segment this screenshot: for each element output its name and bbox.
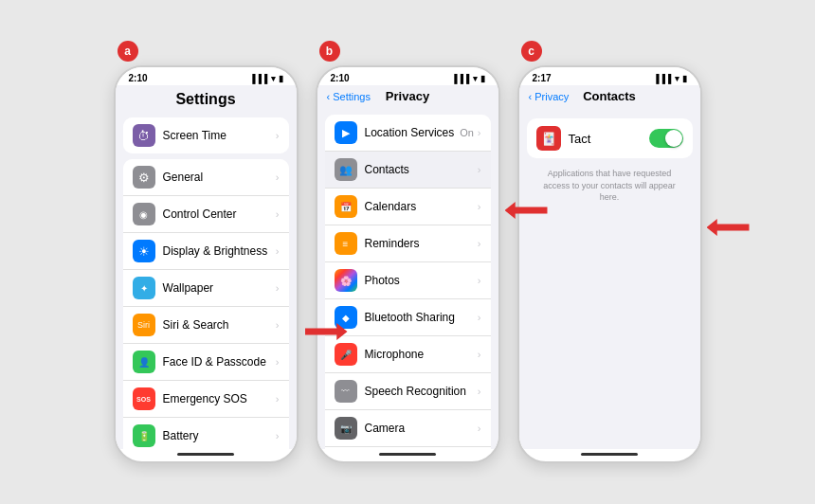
nav-bar-b: ‹ Settings Privacy — [317, 85, 498, 109]
chevron-icon: › — [478, 164, 481, 175]
tact-row[interactable]: 🃏 Tact — [527, 118, 693, 158]
speech-icon: 〰 — [335, 380, 357, 403]
time-a: 2:10 — [129, 73, 148, 83]
speech-label: Speech Recognition — [365, 385, 478, 398]
settings-scroll-b[interactable]: ▶ Location Services On › 👥 Contacts › 📅 … — [317, 109, 498, 449]
row-calendars[interactable]: 📅 Calendars › — [325, 189, 491, 225]
chevron-icon: › — [478, 238, 481, 249]
nav-bar-c: ‹ Privacy Contacts — [519, 85, 700, 109]
row-emergency-sos[interactable]: SOS Emergency SOS › — [123, 381, 289, 418]
toggle-knob — [665, 130, 682, 147]
status-bar-b: 2:10 ▐▐▐ ▾ ▮ — [317, 67, 498, 85]
time-b: 2:10 — [331, 73, 350, 83]
wallpaper-label: Wallpaper — [163, 281, 276, 295]
badge-b: b — [319, 41, 340, 62]
settings-scroll-a[interactable]: ⏱ Screen Time › ⚙ General › ◉ Control Ce… — [116, 112, 297, 449]
microphone-icon: 🎤 — [335, 343, 357, 366]
phone-a-wrapper: a 2:10 ▐▐▐ ▾ ▮ Settings ⏱ Screen Time — [114, 41, 299, 463]
emergency-sos-label: Emergency SOS — [163, 392, 276, 405]
contacts-label: Contacts — [365, 163, 478, 176]
chevron-icon: › — [478, 127, 481, 138]
row-general[interactable]: ⚙ General › — [123, 159, 289, 196]
chevron-icon: › — [276, 319, 280, 331]
badge-c: c — [521, 41, 542, 62]
battery-label: Battery — [163, 429, 276, 442]
signal-icon: ▐▐▐ — [249, 74, 267, 83]
phone-c: 2:17 ▐▐▐ ▾ ▮ ‹ Privacy Contacts 🃏 Tact — [517, 65, 702, 463]
row-display[interactable]: ☀ Display & Brightness › — [123, 233, 289, 270]
chevron-icon: › — [276, 282, 280, 294]
microphone-label: Microphone — [365, 348, 478, 361]
screen-time-label: Screen Time — [163, 129, 276, 142]
row-battery[interactable]: 🔋 Battery › — [123, 418, 289, 449]
location-services-label: Location Services — [365, 126, 461, 139]
status-bar-c: 2:17 ▐▐▐ ▾ ▮ — [519, 67, 700, 85]
chevron-icon: › — [478, 349, 481, 360]
row-contacts[interactable]: 👥 Contacts › — [325, 152, 491, 189]
signal-icon-c: ▐▐▐ — [653, 74, 671, 83]
chevron-icon: › — [276, 208, 280, 220]
row-photos[interactable]: 🌸 Photos › — [325, 262, 491, 299]
row-control-center[interactable]: ◉ Control Center › — [123, 196, 289, 233]
section-general: ⚙ General › ◉ Control Center › ☀ Display… — [123, 159, 289, 449]
calendars-icon: 📅 — [335, 195, 357, 218]
battery-icon: ▮ — [279, 74, 283, 83]
status-icons-b: ▐▐▐ ▾ ▮ — [451, 74, 484, 83]
back-privacy-button[interactable]: ‹ Privacy — [529, 91, 570, 102]
chevron-icon: › — [478, 423, 481, 434]
chevron-icon: › — [276, 245, 280, 257]
contacts-empty-state: Applications that have requested access … — [519, 168, 700, 204]
camera-icon: 📷 — [335, 417, 357, 440]
contacts-scroll[interactable]: 🃏 Tact Applications that have requested … — [519, 109, 700, 449]
battery-row-icon: 🔋 — [133, 424, 155, 447]
badge-a: a — [118, 41, 138, 62]
home-indicator-b — [379, 453, 436, 456]
tact-app-icon: 🃏 — [536, 126, 561, 151]
status-icons-a: ▐▐▐ ▾ ▮ — [249, 74, 282, 83]
phone-a: 2:10 ▐▐▐ ▾ ▮ Settings ⏱ Screen Time › — [114, 65, 299, 463]
chevron-icon: › — [276, 393, 280, 405]
home-indicator-c — [581, 453, 638, 456]
privacy-nav-title: Privacy — [386, 89, 429, 103]
status-bar-a: 2:10 ▐▐▐ ▾ ▮ — [116, 67, 297, 85]
row-siri[interactable]: Siri Siri & Search › — [123, 307, 289, 344]
screen-time-icon: ⏱ — [133, 124, 155, 147]
chevron-icon: › — [276, 356, 280, 368]
faceid-label: Face ID & Passcode — [163, 355, 276, 369]
home-indicator-a — [177, 453, 234, 456]
row-screen-time[interactable]: ⏱ Screen Time › — [123, 117, 289, 153]
control-center-label: Control Center — [163, 207, 276, 221]
chevron-icon: › — [276, 430, 280, 441]
row-camera[interactable]: 📷 Camera › — [325, 410, 491, 447]
back-settings-button[interactable]: ‹ Settings — [327, 91, 371, 102]
row-wallpaper[interactable]: ✦ Wallpaper › — [123, 270, 289, 307]
camera-label: Camera — [365, 422, 478, 435]
display-icon: ☀ — [133, 240, 155, 262]
row-location-services[interactable]: ▶ Location Services On › — [325, 115, 491, 152]
contacts-icon: 👥 — [335, 158, 357, 181]
arrow-b — [505, 202, 548, 219]
tact-toggle[interactable] — [649, 129, 683, 148]
wifi-icon-c: ▾ — [675, 74, 679, 83]
location-icon: ▶ — [335, 121, 357, 144]
row-bluetooth[interactable]: ◆ Bluetooth Sharing › — [325, 299, 491, 336]
location-value: On — [460, 127, 474, 138]
reminders-icon: ≡ — [335, 232, 357, 255]
chevron-icon: › — [478, 386, 481, 397]
row-reminders[interactable]: ≡ Reminders › — [325, 225, 491, 262]
section-privacy-items: ▶ Location Services On › 👥 Contacts › 📅 … — [325, 115, 491, 449]
phone-c-wrapper: c 2:17 ▐▐▐ ▾ ▮ ‹ Privacy Contacts 🃏 Tact — [517, 41, 702, 463]
row-faceid[interactable]: 👤 Face ID & Passcode › — [123, 344, 289, 381]
display-label: Display & Brightness — [163, 244, 276, 258]
arrow-c — [707, 219, 750, 236]
row-microphone[interactable]: 🎤 Microphone › — [325, 336, 491, 373]
time-c: 2:17 — [533, 73, 552, 83]
general-label: General — [163, 171, 276, 184]
row-speech[interactable]: 〰 Speech Recognition › — [325, 373, 491, 410]
wifi-icon: ▾ — [271, 74, 276, 83]
row-health[interactable]: ♥ Health › — [325, 447, 491, 449]
siri-icon: Siri — [133, 314, 155, 336]
chevron-icon: › — [276, 171, 280, 183]
siri-label: Siri & Search — [163, 318, 276, 332]
faceid-icon: 👤 — [133, 351, 155, 373]
